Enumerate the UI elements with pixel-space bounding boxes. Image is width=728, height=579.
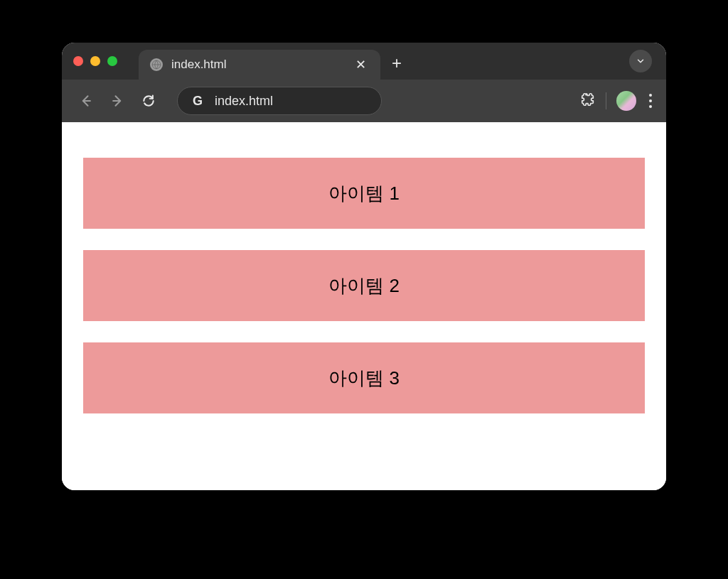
tab-title: index.html — [171, 58, 344, 72]
item-label: 아이템 1 — [328, 181, 400, 206]
kebab-dot-icon — [649, 99, 652, 102]
list-item: 아이템 3 — [83, 342, 645, 413]
arrow-right-icon — [110, 94, 124, 108]
globe-icon — [150, 58, 163, 71]
browser-window: index.html ✕ + G index.html — [62, 43, 666, 490]
kebab-dot-icon — [649, 94, 652, 97]
new-tab-button[interactable]: + — [392, 55, 402, 72]
extensions-button[interactable] — [580, 92, 596, 110]
chevron-down-icon — [636, 56, 646, 66]
reload-icon — [141, 94, 156, 108]
page-content: 아이템 1 아이템 2 아이템 3 — [62, 122, 666, 490]
close-tab-icon[interactable]: ✕ — [353, 57, 369, 72]
toolbar: G index.html — [62, 80, 666, 122]
maximize-window-button[interactable] — [107, 56, 117, 66]
browser-tab[interactable]: index.html ✕ — [139, 50, 380, 80]
titlebar: index.html ✕ + — [62, 43, 666, 80]
address-text: index.html — [215, 94, 273, 109]
address-bar[interactable]: G index.html — [177, 87, 382, 115]
menu-button[interactable] — [646, 91, 655, 111]
toolbar-right — [580, 91, 655, 111]
google-icon: G — [191, 94, 205, 108]
item-label: 아이템 2 — [328, 274, 400, 298]
window-controls — [73, 56, 117, 66]
close-window-button[interactable] — [73, 56, 83, 66]
tabs-dropdown-button[interactable] — [629, 50, 652, 72]
minimize-window-button[interactable] — [90, 56, 100, 66]
list-item: 아이템 2 — [83, 250, 645, 321]
profile-avatar[interactable] — [616, 91, 636, 111]
puzzle-icon — [580, 92, 596, 107]
reload-button[interactable] — [136, 88, 161, 114]
forward-button[interactable] — [105, 88, 130, 114]
back-button[interactable] — [73, 88, 99, 114]
list-item: 아이템 1 — [83, 158, 645, 229]
kebab-dot-icon — [649, 105, 652, 108]
item-label: 아이템 3 — [328, 366, 400, 391]
divider — [606, 92, 606, 109]
arrow-left-icon — [79, 94, 93, 108]
